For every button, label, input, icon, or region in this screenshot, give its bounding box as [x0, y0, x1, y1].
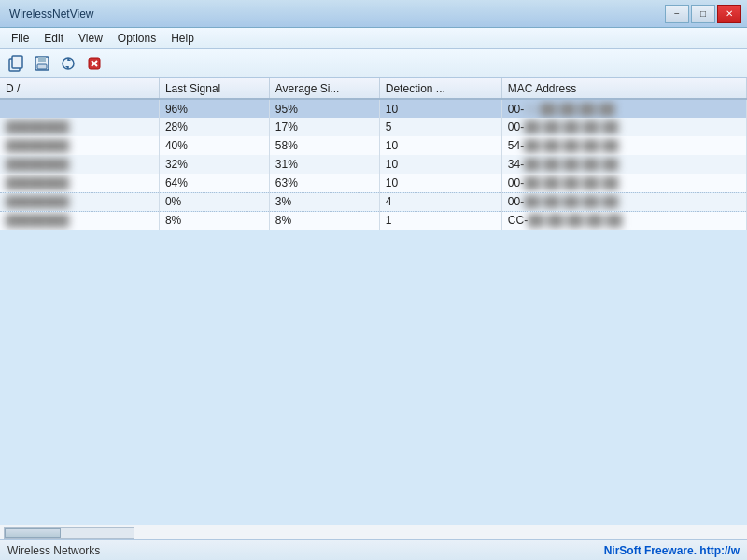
cell-ssid: ████████ — [0, 192, 159, 211]
networks-table: D / Last Signal Average Si... Detection … — [0, 78, 747, 230]
table-row[interactable]: ████████64%63%1000-██-██-██-██-██ — [0, 174, 747, 192]
cell-detection: 10 — [379, 136, 501, 155]
cell-mac: 00-██-██-██-██-██ — [501, 174, 746, 192]
svg-rect-4 — [37, 64, 47, 69]
table-row[interactable]: ████████28%17%500-██-██-██-██-██ — [0, 118, 747, 136]
cell-ssid: ████████ — [0, 211, 159, 230]
horizontal-scrollbar[interactable] — [4, 527, 134, 539]
menu-options[interactable]: Options — [110, 30, 163, 47]
toolbar — [0, 49, 747, 78]
window-controls: − □ ✕ — [665, 5, 741, 23]
col-header-detection[interactable]: Detection ... — [379, 78, 501, 99]
menu-file[interactable]: File — [4, 30, 36, 47]
table-row[interactable]: ████████8%8%1CC-██-██-██-██-██ — [0, 211, 747, 230]
minimize-button[interactable]: − — [665, 5, 689, 23]
cell-detection: 5 — [379, 118, 501, 136]
window-title: WirelessNetView — [9, 7, 93, 21]
menu-edit[interactable]: Edit — [36, 30, 71, 47]
scrollbar-area[interactable] — [0, 525, 747, 539]
maximize-button[interactable]: □ — [691, 5, 715, 23]
cell-ssid — [0, 99, 159, 118]
col-header-ssid[interactable]: D / — [0, 78, 159, 99]
table-row[interactable]: ████████0%3%400-██-██-██-██-██ — [0, 192, 747, 211]
cell-last-signal: 8% — [159, 211, 269, 230]
cell-last-signal: 28% — [159, 118, 269, 136]
col-header-last-signal[interactable]: Last Signal — [159, 78, 269, 99]
status-nirsoft-link[interactable]: NirSoft Freeware. http://w — [604, 544, 740, 557]
copy-icon — [7, 55, 24, 72]
status-bar: Wireless Networks NirSoft Freeware. http… — [0, 539, 747, 560]
cell-detection: 1 — [379, 211, 501, 230]
cell-detection: 10 — [379, 99, 501, 118]
cell-avg-signal: 58% — [269, 136, 379, 155]
cell-ssid: ████████ — [0, 136, 159, 155]
menu-help[interactable]: Help — [163, 30, 202, 47]
table-body: 96%95%1000-11-██-██-██-██████████28%17%5… — [0, 99, 747, 230]
stop-icon — [86, 55, 103, 72]
table-header-row: D / Last Signal Average Si... Detection … — [0, 78, 747, 99]
cell-last-signal: 40% — [159, 136, 269, 155]
table-row[interactable]: 96%95%1000-11-██-██-██-██ — [0, 99, 747, 118]
cell-ssid: ████████ — [0, 174, 159, 192]
refresh-icon — [60, 55, 77, 72]
menu-view[interactable]: View — [71, 30, 110, 47]
scrollbar-thumb[interactable] — [5, 528, 61, 538]
cell-mac: 34-██-██-██-██-██ — [501, 155, 746, 174]
cell-mac: 00-██-██-██-██-██ — [501, 118, 746, 136]
table-wrapper: D / Last Signal Average Si... Detection … — [0, 78, 747, 525]
toolbar-copy-button[interactable] — [4, 51, 28, 76]
col-header-mac[interactable]: MAC Address — [501, 78, 746, 99]
cell-avg-signal: 31% — [269, 155, 379, 174]
toolbar-save-button[interactable] — [30, 51, 54, 76]
menu-bar: File Edit View Options Help — [0, 28, 747, 49]
cell-mac: 00-11-██-██-██-██ — [501, 99, 746, 118]
cell-ssid: ████████ — [0, 155, 159, 174]
table-row[interactable]: ████████32%31%1034-██-██-██-██-██ — [0, 155, 747, 174]
cell-avg-signal: 17% — [269, 118, 379, 136]
cell-avg-signal: 3% — [269, 192, 379, 211]
title-bar-left: WirelessNetView — [9, 7, 93, 21]
cell-last-signal: 0% — [159, 192, 269, 211]
cell-last-signal: 64% — [159, 174, 269, 192]
cell-detection: 10 — [379, 174, 501, 192]
title-bar: WirelessNetView − □ ✕ — [0, 0, 747, 28]
status-networks-label: Wireless Networks — [7, 544, 100, 557]
cell-mac: 00-██-██-██-██-██ — [501, 192, 746, 211]
cell-detection: 4 — [379, 192, 501, 211]
cell-last-signal: 96% — [159, 99, 269, 118]
close-button[interactable]: ✕ — [717, 5, 741, 23]
toolbar-refresh-button[interactable] — [56, 51, 80, 76]
save-icon — [34, 55, 50, 72]
cell-mac: 54-██-██-██-██-██ — [501, 136, 746, 155]
cell-last-signal: 32% — [159, 155, 269, 174]
svg-rect-1 — [12, 56, 22, 68]
svg-rect-3 — [38, 57, 46, 62]
main-content: File Edit View Options Help — [0, 28, 747, 560]
cell-detection: 10 — [379, 155, 501, 174]
cell-avg-signal: 8% — [269, 211, 379, 230]
cell-avg-signal: 95% — [269, 99, 379, 118]
cell-avg-signal: 63% — [269, 174, 379, 192]
col-header-avg-signal[interactable]: Average Si... — [269, 78, 379, 99]
table-row[interactable]: ████████40%58%1054-██-██-██-██-██ — [0, 136, 747, 155]
cell-mac: CC-██-██-██-██-██ — [501, 211, 746, 230]
cell-ssid: ████████ — [0, 118, 159, 136]
toolbar-stop-button[interactable] — [82, 51, 106, 76]
